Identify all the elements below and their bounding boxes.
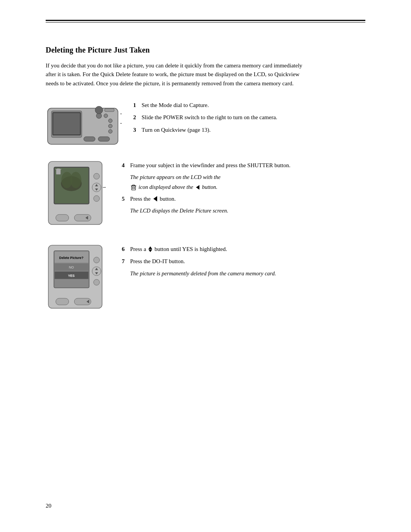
step-4-text: Frame your subject in the viewfinder and… <box>130 161 365 170</box>
step-5-italic-text: The LCD displays the Delete Picture scre… <box>130 207 365 215</box>
steps-section: 1 Set the Mode dial to Capture. 2 Slide … <box>46 99 365 327</box>
section-title: Deleting the Picture Just Taken <box>46 46 365 54</box>
step-4-italic-text: The picture appears on the LCD with the <box>130 173 365 182</box>
step-5-number: 5 <box>122 195 130 203</box>
step-group-3: Delete Picture? NO YES <box>46 243 365 316</box>
steps-4-5: 4 Frame your subject in the viewfinder a… <box>122 160 365 218</box>
step-7: 7 Press the DO-IT button. <box>122 257 365 266</box>
step-4-italic-icon-line: icon displayed above the button. <box>130 183 365 192</box>
step-4-italic-text2: icon displayed above the <box>139 183 193 192</box>
svg-rect-23 <box>57 168 60 169</box>
svg-point-8 <box>108 129 112 133</box>
svg-text:Delete Picture?: Delete Picture? <box>59 256 84 260</box>
step-6-text: Press a button until YES is highlighted. <box>130 245 365 254</box>
steps-1-3: 1 Set the Mode dial to Capture. 2 Slide … <box>133 99 365 138</box>
svg-point-48 <box>94 257 100 263</box>
step-1-number: 1 <box>133 101 142 110</box>
camera-image-lcd-1 <box>46 160 110 232</box>
svg-rect-12 <box>105 109 114 112</box>
svg-rect-35 <box>132 185 135 186</box>
step-2: 2 Slide the POWER switch to the right to… <box>133 113 365 122</box>
step-4: 4 Frame your subject in the viewfinder a… <box>122 161 365 170</box>
svg-rect-29 <box>56 214 69 221</box>
svg-point-5 <box>104 114 108 118</box>
trash-icon <box>131 184 136 190</box>
intro-text: If you decide that you do not like a pic… <box>46 61 304 88</box>
svg-rect-53 <box>56 298 69 305</box>
step-6-text-b: button until YES is highlighted. <box>155 245 227 254</box>
svg-rect-9 <box>84 137 95 141</box>
step-6: 6 Press a button until YES is highlighte… <box>122 245 365 254</box>
step-7-number: 7 <box>122 257 130 266</box>
step-6-number: 6 <box>122 245 130 254</box>
svg-rect-30 <box>74 214 91 221</box>
down-arrow-icon <box>148 249 152 252</box>
left-arrow-button-icon <box>153 196 157 201</box>
left-arrow-icon <box>196 185 199 190</box>
step-7-italic-text: The picture is permanently deleted from … <box>130 270 365 278</box>
step-5-press: Press the <box>130 195 151 203</box>
step-group-1: 1 Set the Mode dial to Capture. 2 Slide … <box>46 99 365 148</box>
camera-image-lcd-2: Delete Picture? NO YES <box>46 243 110 316</box>
svg-point-7 <box>108 124 112 128</box>
step-4-italic-text3: button. <box>202 183 218 192</box>
step-4-italic: The picture appears on the LCD with the <box>130 173 365 192</box>
step-1: 1 Set the Mode dial to Capture. <box>133 101 365 110</box>
svg-text:NO: NO <box>69 265 74 269</box>
step-3-text: Turn on Quickview (page 13). <box>142 126 365 134</box>
top-rules <box>46 20 365 22</box>
svg-rect-21 <box>56 169 61 174</box>
svg-point-6 <box>108 119 112 123</box>
step-1-text: Set the Mode dial to Capture. <box>142 101 365 110</box>
step-5-button: button. <box>160 195 176 203</box>
page-number: 20 <box>46 503 51 509</box>
svg-rect-47 <box>55 280 89 287</box>
svg-text:YES: YES <box>68 273 75 277</box>
svg-point-11 <box>95 106 103 114</box>
svg-rect-3 <box>53 113 80 134</box>
step-2-text: Slide the POWER switch to the right to t… <box>142 113 365 122</box>
svg-point-20 <box>70 172 81 188</box>
step-7-italic: The picture is permanently deleted from … <box>130 270 365 278</box>
step-3-number: 3 <box>133 126 142 134</box>
svg-point-24 <box>94 173 100 179</box>
up-arrow-icon <box>148 246 152 249</box>
step-5: 5 Press the button. <box>122 195 365 203</box>
step-5-text: Press the button. <box>130 195 365 203</box>
svg-point-28 <box>94 195 100 201</box>
camera-image-top <box>46 99 122 148</box>
page: Deleting the Picture Just Taken If you d… <box>0 0 411 532</box>
step-6-press: Press a <box>130 245 146 254</box>
step-2-number: 2 <box>133 113 142 122</box>
svg-rect-10 <box>98 137 110 141</box>
step-5-italic: The LCD displays the Delete Picture scre… <box>130 207 365 215</box>
step-3: 3 Turn on Quickview (page 13). <box>133 126 365 134</box>
step-group-2: 4 Frame your subject in the viewfinder a… <box>46 160 365 232</box>
step-7-text: Press the DO-IT button. <box>130 257 365 266</box>
svg-point-52 <box>94 279 100 285</box>
steps-6-7: 6 Press a button until YES is highlighte… <box>122 243 365 280</box>
updown-arrows-icon <box>148 246 152 252</box>
step-4-number: 4 <box>122 161 130 170</box>
